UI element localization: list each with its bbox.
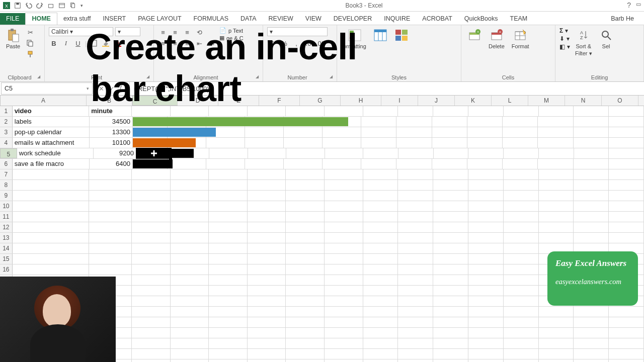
cell[interactable]: [133, 159, 168, 169]
cell[interactable]: [468, 264, 504, 275]
help-icon[interactable]: ?: [627, 1, 631, 9]
cell[interactable]: [133, 117, 168, 127]
cell[interactable]: [504, 264, 539, 275]
cell[interactable]: [574, 117, 609, 127]
cell[interactable]: [171, 106, 209, 116]
row-header[interactable]: 12: [0, 222, 13, 232]
cell[interactable]: [325, 254, 363, 264]
cell[interactable]: [171, 275, 209, 285]
cell[interactable]: [433, 359, 468, 362]
cell[interactable]: [248, 317, 286, 327]
col-header-L[interactable]: L: [492, 96, 528, 106]
cell[interactable]: [171, 359, 209, 362]
cell[interactable]: [504, 212, 539, 222]
sort-filter-button[interactable]: AZ Sort & Filter ▾: [573, 27, 594, 57]
cell[interactable]: [325, 222, 363, 232]
fill-handle[interactable]: [169, 157, 172, 160]
find-select-button[interactable]: Sel: [597, 27, 615, 50]
cell[interactable]: [504, 148, 539, 158]
cell[interactable]: [609, 349, 644, 359]
cell[interactable]: [325, 191, 363, 201]
cell[interactable]: [209, 264, 248, 275]
cell[interactable]: [209, 275, 248, 285]
cancel-formula-icon[interactable]: ✕: [99, 85, 104, 93]
cell[interactable]: [433, 307, 468, 317]
cell[interactable]: [468, 222, 504, 232]
cell[interactable]: [286, 317, 325, 327]
cell[interactable]: [433, 243, 468, 253]
cell[interactable]: [325, 233, 363, 243]
cell[interactable]: [132, 307, 171, 317]
cell[interactable]: [504, 169, 539, 179]
cell[interactable]: [209, 106, 248, 116]
align-center-icon[interactable]: ≡: [170, 38, 180, 48]
col-header-B[interactable]: B: [87, 96, 132, 106]
orientation-icon[interactable]: ⟲: [194, 27, 204, 37]
cell[interactable]: [468, 254, 504, 264]
cell[interactable]: [574, 317, 609, 327]
fill-button[interactable]: ⬇ ▾: [559, 35, 570, 42]
cell[interactable]: [13, 191, 90, 201]
cell[interactable]: [323, 127, 361, 137]
cell[interactable]: [468, 233, 504, 243]
cell[interactable]: [325, 349, 363, 359]
cut-icon[interactable]: ✂: [25, 27, 35, 37]
cell[interactable]: [284, 138, 323, 148]
cell[interactable]: [609, 148, 644, 158]
cell[interactable]: [398, 222, 433, 232]
cell[interactable]: [132, 349, 171, 359]
col-header-K[interactable]: K: [455, 96, 492, 106]
qat-icon[interactable]: [58, 2, 65, 9]
cell[interactable]: [323, 159, 361, 169]
cell[interactable]: [132, 328, 171, 338]
autosum-button[interactable]: Σ ▾: [559, 27, 570, 34]
row-header[interactable]: 5: [0, 148, 17, 158]
cell[interactable]: [89, 201, 132, 211]
cell[interactable]: [398, 212, 433, 222]
cell[interactable]: [398, 254, 433, 264]
col-header-H[interactable]: H: [341, 96, 381, 106]
cell[interactable]: [539, 222, 574, 232]
cell[interactable]: [574, 191, 609, 201]
align-top-icon[interactable]: ≡: [158, 27, 168, 37]
font-size-select[interactable]: ▾: [115, 27, 140, 36]
cell[interactable]: [209, 222, 248, 232]
cell[interactable]: [504, 317, 539, 327]
cell[interactable]: [248, 148, 287, 158]
cell[interactable]: [286, 212, 325, 222]
cell[interactable]: [286, 254, 325, 264]
cell[interactable]: [539, 307, 574, 317]
cell[interactable]: [433, 180, 468, 190]
format-as-table-button[interactable]: [371, 27, 389, 44]
cell[interactable]: [132, 254, 171, 264]
cell[interactable]: [398, 349, 433, 359]
conditional-formatting-button[interactable]: ormatting: [341, 27, 368, 50]
cell[interactable]: [363, 359, 398, 362]
cell[interactable]: [396, 117, 432, 127]
row-header[interactable]: 13: [0, 233, 13, 243]
cell[interactable]: [89, 254, 132, 264]
cell[interactable]: [398, 169, 433, 179]
cell[interactable]: [132, 338, 171, 348]
tab-extra[interactable]: extra stuff: [57, 13, 97, 25]
cell[interactable]: [209, 254, 248, 264]
cell[interactable]: [433, 349, 468, 359]
bold-button[interactable]: B: [49, 38, 59, 48]
cell[interactable]: [468, 349, 504, 359]
cell[interactable]: [363, 148, 398, 158]
cell[interactable]: [209, 286, 248, 296]
cell[interactable]: [248, 359, 286, 362]
cell[interactable]: [13, 233, 90, 243]
cell[interactable]: [286, 191, 325, 201]
cell[interactable]: [248, 191, 286, 201]
cell[interactable]: [363, 169, 398, 179]
cell[interactable]: [286, 222, 325, 232]
accept-formula-icon[interactable]: ✓: [109, 85, 115, 93]
cell[interactable]: [89, 212, 132, 222]
col-header-C[interactable]: C: [132, 96, 178, 106]
cell[interactable]: [248, 180, 286, 190]
cell[interactable]: [89, 191, 132, 201]
cell[interactable]: [325, 180, 363, 190]
cell[interactable]: [209, 317, 248, 327]
cell[interactable]: [209, 328, 248, 338]
